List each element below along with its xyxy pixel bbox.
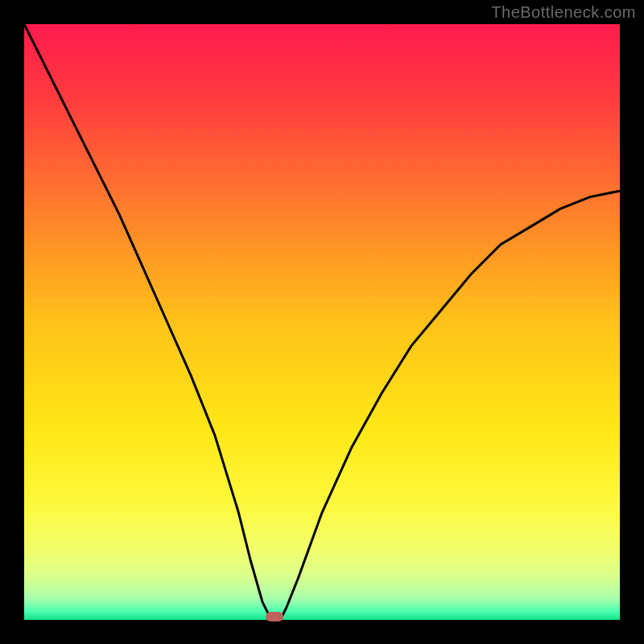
plot-area <box>24 24 620 620</box>
optimal-point-marker <box>266 612 283 621</box>
watermark-text: TheBottleneck.com <box>491 3 636 22</box>
chart-frame: TheBottleneck.com <box>0 0 644 644</box>
curve-path <box>24 24 620 620</box>
bottleneck-curve <box>24 24 620 620</box>
